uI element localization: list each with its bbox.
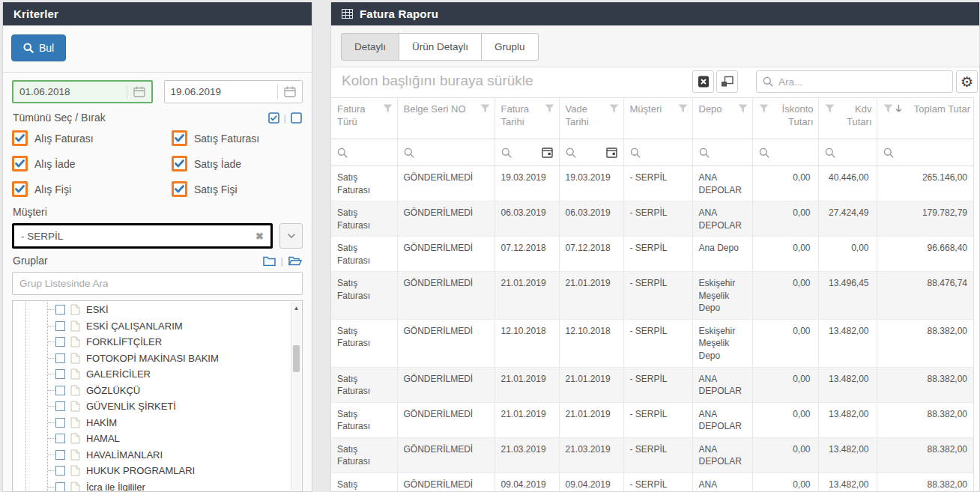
table-cell[interactable]: 88.382,00 (877, 473, 973, 491)
table-cell[interactable]: 21.03.2019 (494, 437, 559, 473)
grid-search-input[interactable] (778, 76, 946, 88)
table-cell[interactable]: Ana Depo (692, 237, 752, 272)
tree-checkbox[interactable] (55, 305, 65, 315)
checkbox-checked-icon[interactable] (12, 156, 28, 171)
table-cell[interactable]: 09.04.2019 (494, 473, 559, 491)
column-header[interactable]: Belge Seri NO (397, 98, 494, 139)
table-cell[interactable]: ANA DEPOLAR (692, 402, 752, 437)
table-cell[interactable]: GÖNDERİLMEDİ (397, 319, 494, 367)
table-cell[interactable]: 06.03.2019 (494, 201, 559, 237)
table-cell[interactable]: GÖNDERİLMEDİ (397, 166, 494, 201)
table-cell[interactable]: 0,00 (752, 319, 818, 367)
column-header[interactable]: Fatura Tarihi (494, 98, 559, 139)
tree-checkbox[interactable] (55, 337, 65, 347)
calendar-icon[interactable] (133, 86, 145, 97)
table-cell[interactable]: 88.476,74 (877, 272, 973, 320)
table-cell[interactable]: GÖNDERİLMEDİ (397, 473, 494, 491)
filter-funnel-icon[interactable] (825, 103, 835, 129)
column-filter-cell[interactable] (331, 139, 397, 166)
table-cell[interactable]: 0,00 (752, 437, 818, 473)
column-header[interactable]: Toplam Tutar (877, 98, 973, 139)
customer-combo-input[interactable]: - SERPİL ✖ (12, 223, 273, 249)
table-cell[interactable]: GÖNDERİLMEDİ (397, 402, 494, 437)
column-header[interactable]: Müşteri (623, 98, 692, 139)
tree-checkbox[interactable] (55, 369, 65, 379)
grid-search-box[interactable] (756, 70, 953, 93)
date-from-input[interactable]: 01.06.2018 (12, 80, 153, 103)
table-cell[interactable]: GÖNDERİLMEDİ (397, 437, 494, 473)
table-cell[interactable]: 27.424,49 (818, 201, 877, 237)
table-cell[interactable]: 19.03.2019 (559, 166, 623, 201)
table-cell[interactable]: 0,00 (752, 402, 818, 437)
group-tree-item[interactable]: HAVALİMANLARI (13, 447, 291, 464)
group-tree-item[interactable]: HAMAL (13, 431, 291, 447)
search-icon[interactable] (404, 148, 414, 158)
group-tree-item[interactable]: GÜVENLİK ŞİRKETİ (13, 398, 291, 415)
column-filter-cell[interactable] (752, 139, 818, 166)
tree-checkbox[interactable] (55, 466, 65, 476)
table-cell[interactable]: ANA DEPOLAR (692, 473, 752, 491)
table-cell[interactable]: 0,00 (752, 272, 818, 320)
tab-detaylı[interactable]: Detaylı (341, 33, 399, 61)
column-filter-cell[interactable] (877, 139, 973, 166)
table-cell[interactable]: - SERPİL (623, 402, 692, 437)
calendar-icon[interactable] (606, 147, 617, 158)
date-to-input[interactable]: 19.06.2019 (164, 80, 303, 103)
table-cell[interactable]: 13.482,00 (818, 319, 877, 367)
column-header[interactable]: İskonto Tutarı (752, 98, 818, 139)
table-cell[interactable]: 21.01.2019 (559, 367, 623, 402)
table-cell[interactable]: - SERPİL (623, 166, 692, 201)
group-tree-item[interactable]: GALERİCİLER (13, 366, 291, 383)
table-cell[interactable]: 21.01.2019 (559, 402, 623, 437)
table-row[interactable]: Satış FaturasıGÖNDERİLMEDİ21.01.201921.0… (331, 402, 973, 437)
search-icon[interactable] (337, 148, 348, 158)
table-cell[interactable]: - SERPİL (623, 437, 692, 473)
column-filter-cell[interactable] (559, 139, 623, 166)
table-cell[interactable]: - SERPİL (623, 367, 692, 402)
table-cell[interactable]: - SERPİL (623, 319, 692, 367)
tree-scrollbar[interactable]: ▲ (291, 302, 301, 491)
column-filter-cell[interactable] (692, 139, 752, 166)
checkbox-checked-icon[interactable] (172, 181, 187, 197)
table-cell[interactable]: 88.382,00 (877, 367, 973, 402)
table-cell[interactable]: 06.03.2019 (559, 201, 623, 237)
column-filter-cell[interactable] (818, 139, 877, 166)
table-cell[interactable]: 13.482,00 (818, 437, 877, 473)
folder-open-icon[interactable] (288, 255, 302, 266)
table-cell[interactable]: 0,00 (752, 201, 818, 237)
table-cell[interactable]: 09.04.2019 (559, 473, 623, 491)
table-cell[interactable]: 0,00 (752, 166, 818, 201)
checkbox-checked-icon[interactable] (172, 156, 187, 171)
table-cell[interactable]: 88.382,00 (877, 319, 973, 367)
table-cell[interactable]: - SERPİL (623, 201, 692, 237)
table-cell[interactable]: 0,00 (752, 367, 818, 402)
tree-checkbox[interactable] (55, 418, 65, 428)
table-cell[interactable]: 96.668,40 (877, 237, 973, 272)
filter-funnel-icon[interactable] (883, 103, 903, 117)
table-cell[interactable]: Satış Faturası (331, 272, 397, 320)
tree-checkbox[interactable] (55, 450, 65, 460)
filter-funnel-icon[interactable] (545, 103, 554, 129)
filter-funnel-icon[interactable] (759, 103, 769, 129)
group-search-input[interactable] (12, 272, 303, 295)
tab-gruplu[interactable]: Gruplu (482, 33, 539, 61)
tree-checkbox[interactable] (55, 482, 65, 491)
tree-checkbox[interactable] (55, 434, 65, 443)
table-row[interactable]: Satış FaturasıGÖNDERİLMEDİ12.10.201812.1… (331, 319, 973, 367)
checkbox-checked-icon[interactable] (12, 130, 28, 146)
table-cell[interactable]: Satış Faturası (331, 201, 397, 237)
table-cell[interactable]: 12.10.2018 (494, 319, 559, 367)
table-cell[interactable]: 21.01.2019 (494, 367, 559, 402)
search-icon[interactable] (566, 148, 576, 158)
table-cell[interactable]: Satış Faturası (331, 473, 397, 491)
folder-closed-icon[interactable] (263, 255, 276, 266)
table-row[interactable]: Satış FaturasıGÖNDERİLMEDİ19.03.201919.0… (331, 166, 973, 201)
table-cell[interactable]: 12.10.2018 (559, 319, 623, 367)
table-cell[interactable]: ANA DEPOLAR (692, 437, 752, 473)
table-cell[interactable]: 13.496,45 (818, 272, 877, 320)
group-tree-item[interactable]: HAKİM (13, 415, 291, 431)
scroll-up-icon[interactable]: ▲ (291, 302, 301, 312)
select-all-icon[interactable] (268, 112, 279, 124)
column-header[interactable]: Fatura Türü (331, 98, 397, 139)
table-cell[interactable]: 0,00 (752, 237, 818, 272)
